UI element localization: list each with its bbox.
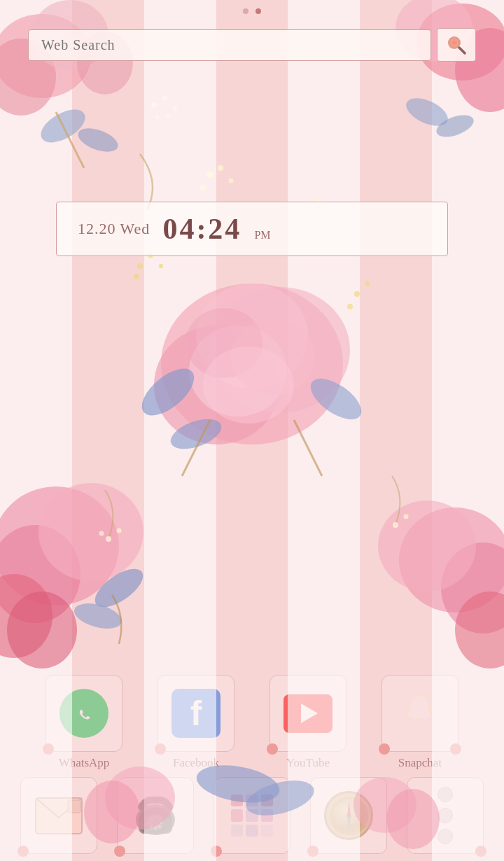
page-dot-1[interactable] — [243, 8, 248, 14]
search-icon — [445, 34, 468, 56]
svg-line-65 — [459, 48, 465, 53]
search-bar-container — [28, 28, 476, 62]
page-dot-2[interactable] — [255, 8, 261, 14]
page-indicator — [243, 8, 261, 14]
clock-ampm: PM — [254, 229, 270, 241]
search-button[interactable] — [437, 28, 476, 62]
clock-widget: 12.20 Wed 04:24 PM — [56, 202, 448, 256]
search-input[interactable] — [28, 29, 431, 61]
clock-time: 04:24 — [162, 212, 241, 246]
svg-point-71 — [450, 43, 454, 47]
svg-point-72 — [450, 39, 454, 43]
main-content: 12.20 Wed 04:24 PM — [0, 0, 504, 861]
svg-point-68 — [456, 39, 459, 43]
clock-date: 12.20 Wed — [78, 220, 150, 238]
